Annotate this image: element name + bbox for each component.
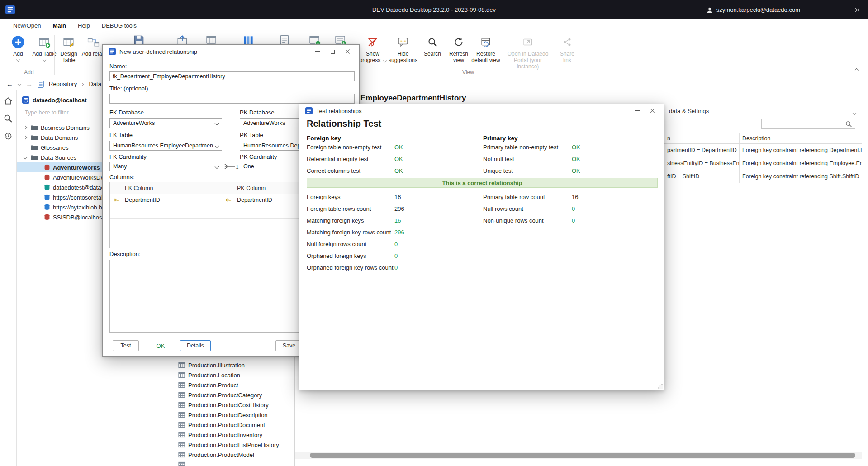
pk-cardinality-label: PK Cardinality [240, 153, 277, 160]
menu-debug-tools[interactable]: DEBUG tools [96, 19, 142, 32]
resize-grip[interactable] [657, 383, 663, 389]
sql-server-database-icon [44, 164, 50, 171]
horizontal-scrollbar-thumb[interactable] [310, 453, 855, 458]
chevron-right-icon[interactable] [24, 136, 27, 139]
minimize-button[interactable] [630, 105, 645, 116]
fk-table-label: FK Table [109, 132, 133, 138]
test-result-row: Not null testOK [483, 156, 656, 162]
back-button[interactable]: ← [6, 80, 13, 88]
folder-icon [31, 134, 38, 141]
minimize-icon [635, 110, 640, 111]
table-list-item[interactable]: Production.Illustration [151, 360, 295, 370]
folder-icon [31, 144, 38, 151]
stat-row: Matching foreign keys16 [307, 217, 479, 224]
table-list-item[interactable]: Production.Product [151, 380, 295, 390]
hide-suggestions-button[interactable]: Hide suggestions [388, 34, 418, 63]
fk-table-dropdown[interactable]: HumanResources.EmployeeDepartmentHistory [109, 141, 222, 151]
primary-key-section-header: Primary key [483, 135, 518, 142]
chevron-down-icon [16, 58, 20, 62]
fk-cardinality-label: FK Cardinality [109, 153, 147, 160]
chevron-down-icon[interactable] [24, 156, 27, 159]
refresh-view-button[interactable]: Refresh view [446, 34, 471, 63]
menu-main[interactable]: Main [47, 19, 72, 32]
close-button[interactable] [847, 0, 868, 19]
history-dropdown-icon[interactable] [18, 82, 21, 86]
title-field[interactable] [109, 94, 355, 104]
fk-database-dropdown[interactable]: AdventureWorks [109, 118, 222, 128]
menu-new-open[interactable]: New/Open [7, 19, 47, 32]
search-button[interactable]: Search [419, 34, 446, 57]
relationships-table: n Description partmentID = DepartmentID … [664, 133, 862, 183]
close-button[interactable] [340, 46, 356, 57]
save-button[interactable]: Save [275, 340, 303, 351]
table-list-item[interactable]: Production.ProductInventory [151, 430, 295, 440]
table-icon [178, 432, 185, 438]
name-field[interactable] [109, 71, 355, 81]
key-icon [113, 197, 119, 203]
stat-value: 0 [572, 205, 575, 212]
maximize-button[interactable] [826, 0, 847, 19]
chevron-right-icon[interactable] [24, 126, 27, 129]
add-relationship-icon [87, 36, 100, 48]
minimize-button[interactable] [309, 46, 325, 57]
stat-value: 16 [572, 194, 578, 200]
user-account[interactable]: szymon.karpecki@dataedo.com [707, 6, 800, 13]
join-column-header[interactable]: n [664, 135, 739, 142]
close-button[interactable] [645, 105, 660, 116]
history-icon[interactable] [4, 132, 13, 141]
table-list-item[interactable]: Production.Location [151, 370, 295, 380]
ok-button[interactable]: OK [148, 340, 173, 351]
table-row[interactable]: partmentID = DepartmentID Foreign key co… [664, 144, 862, 157]
table-icon [178, 372, 185, 378]
table-list-item[interactable]: Production.ProductCategory [151, 390, 295, 400]
breadcrumb-separator: › [82, 81, 84, 87]
content-search-input[interactable] [764, 121, 845, 127]
add-table-button[interactable]: Add Table [31, 34, 57, 61]
table-row[interactable]: sinessEntityID = BusinessEntityID Foreig… [664, 157, 862, 170]
design-table-button[interactable]: Design Table [56, 34, 81, 63]
table-list-item[interactable]: Production.ProductDescription [151, 410, 295, 420]
test-result-row: Unique testOK [483, 167, 656, 174]
stat-row: Matching foreign key rows count296 [307, 229, 479, 236]
fk-cardinality-dropdown[interactable]: Many [109, 162, 222, 171]
stat-value: 16 [394, 217, 401, 224]
content-search-box[interactable] [761, 119, 855, 129]
description-label: Description: [109, 251, 141, 257]
table-list-item[interactable]: Production.ProductModel [151, 450, 295, 460]
refresh-view-icon [454, 37, 464, 47]
repository-icon [38, 81, 44, 88]
home-icon[interactable] [4, 96, 13, 105]
sql-server-database-icon [44, 214, 50, 220]
add-button[interactable]: Add [6, 34, 30, 61]
tab-metadata-settings[interactable]: data & Settings [669, 108, 709, 114]
show-progress-button[interactable]: Show progress [357, 34, 388, 63]
table-list-item-partial[interactable] [151, 460, 295, 466]
table-row[interactable]: ftID = ShiftID Foreign key constraint re… [664, 170, 862, 183]
stat-value: 0 [394, 252, 398, 259]
stat-value: 0 [394, 241, 398, 247]
breadcrumb-root[interactable]: Repository [49, 81, 77, 87]
description-column-header[interactable]: Description [739, 133, 862, 143]
restore-default-view-button[interactable]: Restore default view [471, 34, 500, 63]
collapse-ribbon-button[interactable] [853, 67, 861, 73]
search-sidebar-icon[interactable] [4, 114, 13, 123]
table-list-item[interactable]: Production.ProductCostHistory [151, 400, 295, 410]
table-list-item[interactable]: Production.ProductListPriceHistory [151, 440, 295, 450]
table-list-item[interactable]: Production.ProductDocument [151, 420, 295, 430]
dialog-titlebar: Test relationships [299, 104, 664, 118]
menu-help[interactable]: Help [72, 19, 96, 32]
close-icon [345, 49, 351, 54]
maximize-icon [331, 50, 335, 54]
test-button[interactable]: Test [113, 340, 139, 351]
menubar: New/Open Main Help DEBUG tools [0, 19, 868, 32]
chevron-down-icon[interactable] [853, 109, 856, 116]
test-result-value: OK [394, 156, 403, 162]
forward-button[interactable]: → [26, 80, 33, 88]
details-button[interactable]: Details [180, 340, 211, 351]
foreign-key-section-header: Foreign key [307, 135, 341, 142]
minimize-button[interactable] [806, 0, 826, 19]
stat-value: 0 [572, 217, 575, 224]
azure-storage-icon [44, 204, 50, 210]
ribbon-group-view-label: View [356, 69, 581, 76]
maximize-button[interactable] [325, 46, 340, 57]
